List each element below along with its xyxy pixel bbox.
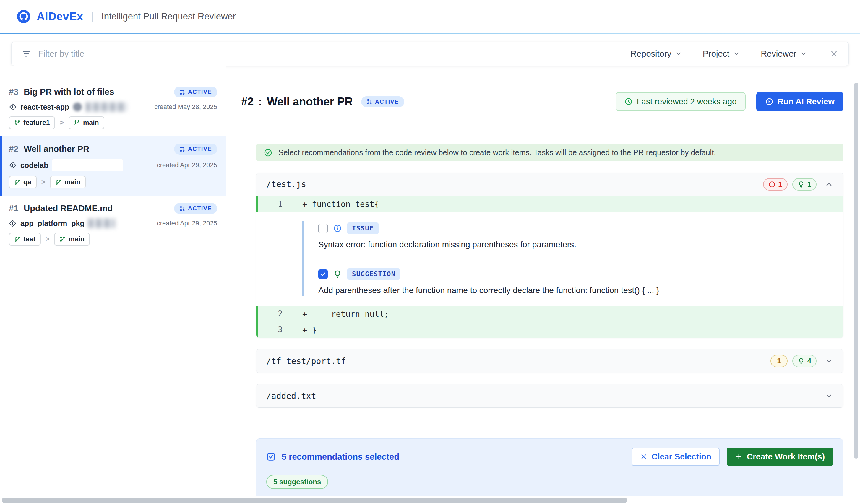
content-area: #3 Big PR with lot of files ACTIVE react… (0, 66, 860, 504)
file-card-added-txt: /added.txt (256, 384, 844, 408)
pull-request-icon (180, 146, 185, 152)
line-code: + return null; (302, 309, 389, 318)
comment-text: Add parentheses after the function name … (318, 286, 832, 295)
comment-checkbox-unchecked[interactable] (318, 224, 328, 233)
file-card-test-js: /test.js 1 1 (256, 173, 844, 338)
pr-detail-panel: #2 : Well another PR ACTIVE Last reviewe… (226, 66, 860, 504)
app-window: AIDevEx | Intelligent Pull Request Revie… (0, 0, 860, 504)
git-branch-icon (59, 236, 66, 242)
filter-dropdowns: Repository Project Reviewer (630, 49, 838, 59)
target-branch-chip: main (69, 116, 104, 129)
file-card-port-tf: /tf_test/port.tf 1 4 (256, 349, 844, 373)
comment-text: Syntax error: function declaration missi… (318, 240, 832, 249)
comment-suggestion: SUGGESTION Add parentheses after the fun… (318, 268, 832, 295)
title-separator: : (258, 96, 262, 108)
chevron-down-icon (733, 50, 740, 57)
collapse-chevron-icon[interactable] (825, 180, 833, 188)
line-number: 3 (258, 325, 302, 334)
lightbulb-icon (333, 270, 342, 278)
chevron-right-icon: > (60, 119, 63, 127)
pull-request-icon (367, 99, 372, 104)
reviewer-dropdown-label: Reviewer (761, 49, 797, 59)
horizontal-scrollbar-thumb[interactable] (2, 498, 627, 503)
banner-text: Select recommendations from the code rev… (278, 148, 716, 157)
comment-thread: ISSUE Syntax error: function declaration… (256, 212, 843, 306)
app-subtitle: Intelligent Pull Request Reviewer (101, 11, 236, 22)
chevron-down-icon (800, 50, 807, 57)
alert-circle-icon (769, 181, 775, 188)
git-branch-icon (14, 120, 20, 126)
run-ai-review-button[interactable]: Run AI Review (756, 92, 844, 111)
diff-line: 3 + } (256, 322, 843, 338)
created-date: created May 28, 2025 (154, 103, 217, 111)
diff-view: 1 + function test{ ISSUE (256, 196, 843, 338)
app-logo-icon (16, 10, 31, 24)
file-header[interactable]: /tf_test/port.tf 1 4 (256, 349, 843, 373)
filter-input[interactable] (38, 49, 227, 59)
expand-chevron-icon[interactable] (825, 392, 833, 400)
diff-line: 2 + return null; (256, 306, 843, 322)
clear-filters-icon[interactable] (830, 49, 838, 58)
comment-checkbox-checked[interactable] (318, 270, 328, 279)
check-circle-icon (263, 148, 272, 157)
chevron-right-icon: > (45, 235, 49, 243)
info-banner: Select recommendations from the code rev… (256, 144, 844, 161)
pr-number: #1 (9, 204, 18, 213)
issue-count-pill: 1 (763, 178, 787, 190)
selection-summary-bar: 5 recommendations selected Clear Selecti… (256, 438, 844, 504)
lightbulb-icon (798, 358, 805, 364)
created-date: created Apr 29, 2025 (157, 161, 217, 169)
status-badge: ACTIVE (174, 144, 217, 155)
source-branch-chip: feature1 (9, 116, 55, 129)
reviewer-dropdown[interactable]: Reviewer (761, 49, 807, 59)
repo-icon (9, 103, 16, 111)
pr-number: #3 (9, 87, 18, 97)
diff-line: 1 + function test{ (256, 196, 843, 212)
file-path: /added.txt (266, 391, 316, 401)
target-branch-chip: main (50, 176, 86, 188)
warning-count-pill: 1 (771, 355, 787, 367)
file-header[interactable]: /added.txt (256, 384, 843, 407)
redacted-author (88, 219, 115, 228)
check-icon (320, 271, 326, 277)
source-branch-chip: qa (9, 176, 37, 188)
redacted-author (86, 102, 127, 112)
selection-summary: 5 recommendations selected (282, 452, 399, 462)
expand-chevron-icon[interactable] (825, 357, 833, 365)
header-divider: | (91, 10, 94, 23)
created-date: created Apr 29, 2025 (157, 219, 217, 227)
source-branch-chip: test (9, 233, 41, 245)
pr-list-item-3[interactable]: #3 Big PR with lot of files ACTIVE react… (0, 80, 226, 136)
project-dropdown-label: Project (703, 49, 729, 59)
line-number: 1 (258, 199, 302, 208)
review-content: Select recommendations from the code rev… (256, 144, 844, 504)
lightbulb-icon (798, 181, 805, 188)
create-work-items-button[interactable]: Create Work Item(s) (727, 448, 833, 466)
avatar (73, 102, 82, 111)
vertical-scrollbar-thumb[interactable] (854, 83, 858, 459)
repository-dropdown[interactable]: Repository (630, 49, 682, 59)
run-icon (765, 98, 773, 106)
repo-name: react-test-app (20, 103, 69, 111)
repo-icon (9, 219, 16, 227)
file-header[interactable]: /test.js 1 1 (256, 173, 843, 196)
comment-type-badge: SUGGESTION (347, 268, 400, 280)
pr-list-item-2-selected[interactable]: #2 Well another PR ACTIVE codelab create… (0, 136, 226, 196)
repo-name: codelab (20, 161, 48, 170)
file-path: /test.js (266, 179, 306, 189)
repo-icon (9, 161, 16, 169)
pr-list-item-1[interactable]: #1 Updated README.md ACTIVE app_platform… (0, 196, 226, 253)
git-branch-icon (14, 236, 20, 242)
suggestion-count-pill: 1 (792, 178, 817, 190)
pr-number: #2 (241, 96, 254, 108)
pull-request-icon (180, 206, 185, 212)
status-badge: ACTIVE (174, 87, 217, 98)
pr-title: Big PR with lot of files (24, 87, 114, 97)
filter-icon (22, 49, 31, 58)
clear-selection-button[interactable]: Clear Selection (632, 448, 720, 466)
file-path: /tf_test/port.tf (266, 356, 346, 366)
chevron-down-icon (675, 50, 682, 57)
project-dropdown[interactable]: Project (703, 49, 740, 59)
last-reviewed-badge: Last reviewed 2 weeks ago (616, 92, 746, 111)
chevron-right-icon: > (41, 178, 45, 186)
